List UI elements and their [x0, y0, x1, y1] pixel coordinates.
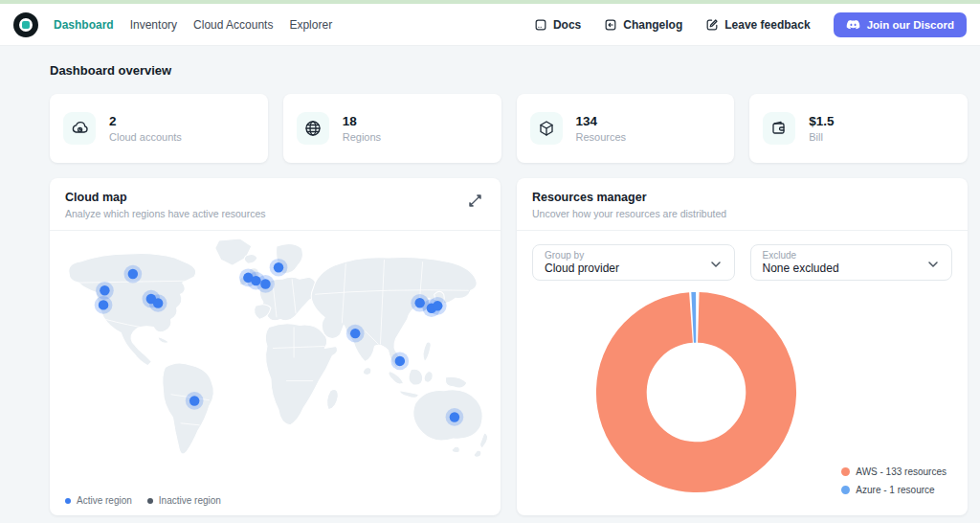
stat-card-regions: 18 Regions [283, 94, 501, 163]
resources-manager-header: Resources manager Uncover how your resou… [517, 178, 968, 231]
page-title: Dashboard overview [50, 63, 968, 78]
filters-row: Group by Cloud provider Exclude None exc… [517, 231, 968, 281]
donut-chart-area: AWS - 133 resources Azure - 1 resource [517, 281, 968, 515]
stat-value: 18 [343, 114, 381, 128]
stat-value: 2 [109, 114, 182, 128]
legend-azure: Azure - 1 resource [841, 485, 947, 495]
resources-manager-title: Resources manager [532, 191, 726, 204]
main-content: Dashboard overview 2 Cloud accounts 18 R… [0, 46, 980, 523]
nav-item-dashboard[interactable]: Dashboard [54, 18, 114, 32]
changelog-icon [604, 18, 617, 32]
stat-text: 2 Cloud accounts [109, 114, 182, 143]
cloud-map-panel: Cloud map Analyze which regions have act… [50, 178, 501, 515]
resources-manager-panel: Resources manager Uncover how your resou… [517, 178, 968, 515]
nav-item-inventory[interactable]: Inventory [130, 18, 177, 32]
cloud-icon [63, 112, 96, 145]
logo-core [22, 21, 30, 29]
stat-value: 134 [576, 114, 627, 128]
legend-label: Active region [77, 495, 132, 506]
discord-label: Join our Discord [867, 19, 954, 31]
stat-card-resources: 134 Resources [517, 94, 735, 163]
legend-label: Inactive region [159, 495, 221, 506]
feedback-pencil-icon [705, 18, 719, 32]
world-map[interactable] [50, 231, 501, 461]
docs-label: Docs [553, 18, 581, 32]
join-discord-button[interactable]: Join our Discord [834, 12, 967, 37]
stat-text: $1.5 Bill [809, 114, 834, 143]
stats-row: 2 Cloud accounts 18 Regions 134 Resource… [50, 94, 968, 163]
nav-links: Dashboard Inventory Cloud Accounts Explo… [54, 18, 332, 32]
donut-legend: AWS - 133 resources Azure - 1 resource [841, 466, 947, 495]
azure-dot [841, 486, 850, 494]
stat-label: Bill [809, 131, 834, 143]
legend-inactive-region: Inactive region [147, 495, 221, 506]
globe-icon [297, 112, 329, 145]
changelog-link[interactable]: Changelog [604, 18, 682, 32]
aws-dot [841, 467, 850, 476]
stat-value: $1.5 [809, 114, 834, 128]
donut-chart[interactable] [593, 289, 799, 495]
docs-link[interactable]: Docs [534, 18, 581, 32]
cloud-map-title: Cloud map [65, 191, 266, 204]
navbar: Dashboard Inventory Cloud Accounts Explo… [0, 4, 980, 46]
resources-manager-subtitle: Uncover how your resources are distribut… [532, 208, 726, 219]
cloud-map-subtitle: Analyze which regions have active resour… [65, 208, 266, 219]
stat-text: 134 Resources [576, 114, 627, 143]
feedback-label: Leave feedback [724, 18, 810, 32]
inactive-region-dot [147, 498, 153, 504]
map-legend: Active region Inactive region [50, 489, 501, 515]
wallet-icon [763, 112, 795, 145]
active-region-dot [65, 498, 71, 504]
komiser-logo-icon[interactable] [13, 12, 38, 37]
legend-aws: AWS - 133 resources [841, 466, 947, 477]
cube-icon [530, 112, 563, 145]
stat-card-cloud-accounts: 2 Cloud accounts [50, 94, 268, 163]
stat-card-bill: $1.5 Bill [749, 94, 968, 163]
nav-actions: Docs Changelog Leave feedback Join our D… [534, 12, 967, 37]
docs-icon [534, 18, 547, 32]
stat-label: Cloud accounts [109, 131, 182, 143]
group-by-label: Group by [545, 250, 702, 261]
expand-map-button[interactable] [465, 191, 485, 214]
leave-feedback-link[interactable]: Leave feedback [705, 18, 810, 32]
panels-row: Cloud map Analyze which regions have act… [50, 178, 968, 515]
discord-icon [846, 19, 860, 31]
nav-item-cloud-accounts[interactable]: Cloud Accounts [193, 18, 273, 32]
expand-icon [469, 194, 481, 207]
nav-item-explorer[interactable]: Explorer [289, 18, 332, 32]
chevron-down-icon [709, 258, 723, 271]
exclude-label: Exclude [763, 250, 920, 261]
legend-active-region: Active region [65, 495, 132, 506]
stat-text: 18 Regions [343, 114, 381, 143]
legend-label: AWS - 133 resources [856, 466, 947, 477]
changelog-label: Changelog [623, 18, 682, 32]
stat-label: Resources [576, 131, 627, 143]
group-by-value: Cloud provider [545, 262, 702, 275]
stat-label: Regions [343, 131, 381, 143]
cloud-map-header: Cloud map Analyze which regions have act… [50, 178, 501, 231]
exclude-value: None excluded [763, 262, 920, 275]
group-by-select[interactable]: Group by Cloud provider [532, 244, 735, 281]
legend-label: Azure - 1 resource [856, 485, 934, 495]
exclude-select[interactable]: Exclude None excluded [750, 244, 953, 281]
chevron-down-icon [926, 258, 940, 271]
